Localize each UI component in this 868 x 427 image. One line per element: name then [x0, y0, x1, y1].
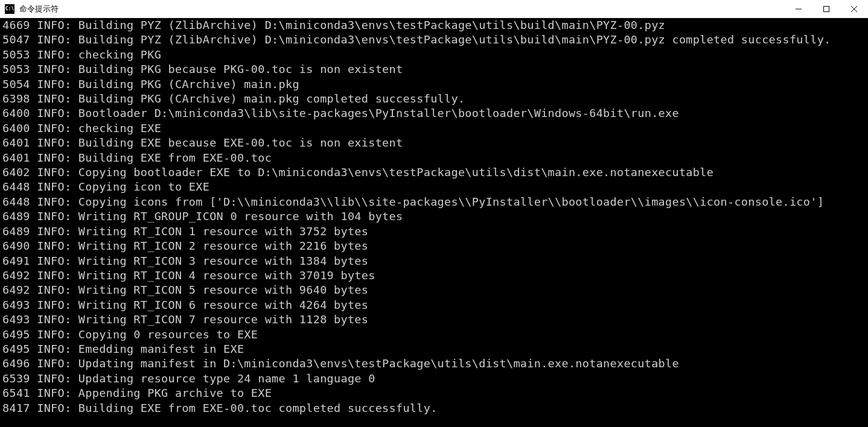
- window-title: 命令提示符: [19, 4, 785, 14]
- close-button[interactable]: [840, 0, 868, 17]
- minimize-icon: [796, 6, 802, 12]
- terminal-line: 6492 INFO: Writing RT_ICON 4 resource wi…: [2, 268, 866, 283]
- terminal-line: 6495 INFO: Copying 0 resources to EXE: [2, 327, 866, 342]
- terminal-line: 6401 INFO: Building EXE from EXE-00.toc: [2, 151, 866, 165]
- terminal-line: 6490 INFO: Writing RT_ICON 2 resource wi…: [2, 239, 866, 253]
- terminal-line: 6496 INFO: Updating manifest in D:\minic…: [2, 356, 866, 371]
- terminal-line: 6401 INFO: Building EXE because EXE-00.t…: [2, 136, 866, 150]
- window-titlebar[interactable]: C:\ 命令提示符: [0, 0, 868, 18]
- maximize-button[interactable]: [812, 0, 840, 17]
- terminal-line: 4669 INFO: Building PYZ (ZlibArchive) D:…: [2, 18, 866, 33]
- terminal-line: 6492 INFO: Writing RT_ICON 5 resource wi…: [2, 283, 866, 297]
- terminal-line: 6493 INFO: Writing RT_ICON 7 resource wi…: [2, 312, 866, 327]
- terminal-line: 6495 INFO: Emedding manifest in EXE: [2, 342, 866, 356]
- terminal-line: 6400 INFO: Bootloader D:\miniconda3\lib\…: [2, 106, 866, 121]
- terminal-line: 6489 INFO: Writing RT_GROUP_ICON 0 resou…: [2, 209, 866, 224]
- terminal-line: 6448 INFO: Copying icons from ['D:\\mini…: [2, 195, 866, 209]
- cmd-icon: C:\: [5, 4, 14, 14]
- terminal-line: 6493 INFO: Writing RT_ICON 6 resource wi…: [2, 298, 866, 312]
- terminal-line: 6489 INFO: Writing RT_ICON 1 resource wi…: [2, 224, 866, 239]
- terminal-line: 6402 INFO: Copying bootloader EXE to D:\…: [2, 165, 866, 180]
- minimize-button[interactable]: [785, 0, 812, 17]
- maximize-icon: [823, 6, 829, 12]
- terminal-output[interactable]: 4669 INFO: Building PYZ (ZlibArchive) D:…: [0, 18, 868, 427]
- terminal-line: 6491 INFO: Writing RT_ICON 3 resource wi…: [2, 254, 866, 268]
- terminal-line: 6541 INFO: Appending PKG archive to EXE: [2, 386, 866, 400]
- window-controls: [785, 0, 868, 17]
- terminal-line: 5054 INFO: Building PKG (CArchive) main.…: [2, 77, 866, 92]
- terminal-line: 5047 INFO: Building PYZ (ZlibArchive) D:…: [2, 33, 866, 47]
- terminal-line: 6400 INFO: checking EXE: [2, 121, 866, 136]
- close-icon: [851, 6, 857, 12]
- terminal-line: 5053 INFO: checking PKG: [2, 48, 866, 62]
- terminal-line: 6448 INFO: Copying icon to EXE: [2, 180, 866, 194]
- svg-rect-1: [824, 6, 829, 11]
- cmd-icon-text: C:\: [5, 6, 14, 11]
- terminal-line: 8417 INFO: Building EXE from EXE-00.toc …: [2, 401, 866, 416]
- terminal-line: 6398 INFO: Building PKG (CArchive) main.…: [2, 92, 866, 106]
- terminal-line: 6539 INFO: Updating resource type 24 nam…: [2, 372, 866, 386]
- terminal-line: 5053 INFO: Building PKG because PKG-00.t…: [2, 62, 866, 77]
